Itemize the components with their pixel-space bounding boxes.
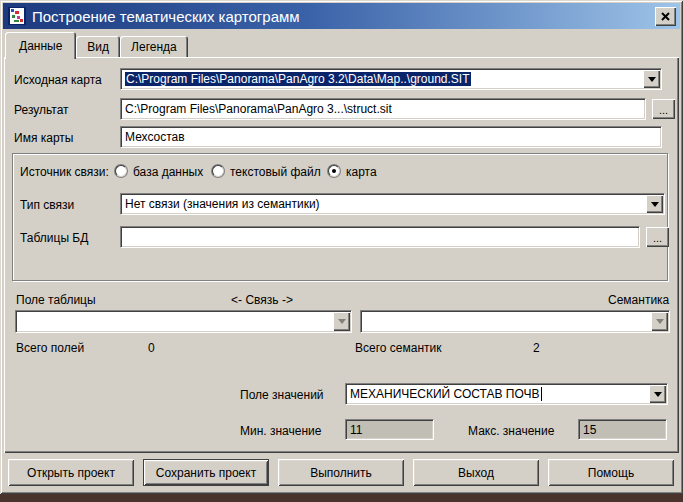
value-field-combobox[interactable]: МЕХАНИЧЕСКИЙ СОСТАВ ПОЧВ [345, 383, 668, 405]
semantics-label: Семантика [608, 293, 669, 307]
exit-label: Выход [458, 466, 494, 480]
tab-view[interactable]: Вид [76, 36, 120, 57]
map-name-label: Имя карты [14, 131, 73, 145]
table-field-label: Поле таблицы [16, 293, 96, 307]
source-map-label: Исходная карта [14, 73, 102, 87]
app-icon[interactable] [8, 7, 26, 25]
link-header: <- Связь -> [212, 293, 312, 307]
semantics-combobox [360, 310, 670, 333]
link-type-combobox[interactable]: Нет связи (значения из семантики) [120, 193, 665, 215]
ellipsis-icon: ... [653, 233, 662, 243]
chevron-down-icon [338, 319, 346, 324]
max-value-field: 15 [578, 419, 667, 440]
open-project-button[interactable]: Открыть проект [8, 459, 134, 486]
help-button[interactable]: Помощь [548, 459, 674, 486]
semantics-dropdown-button [651, 312, 668, 331]
ellipsis-icon: ... [659, 105, 668, 115]
radio-map-label[interactable]: карта [346, 165, 377, 179]
link-source-group [12, 153, 668, 281]
open-project-label: Открыть проект [27, 466, 115, 480]
chevron-down-icon [656, 319, 664, 324]
result-input[interactable]: C:\Program Files\Panorama\PanAgro 3...\s… [120, 98, 646, 120]
radio-map[interactable] [328, 165, 340, 177]
max-value-label: Макс. значение [468, 424, 554, 438]
link-type-value: Нет связи (значения из семантики) [125, 197, 320, 211]
min-value: 11 [350, 423, 362, 437]
result-browse-button[interactable]: ... [652, 99, 675, 119]
tab-strip: Данные Вид Легенда [5, 32, 188, 57]
radio-textfile-label[interactable]: текстовый файл [230, 165, 321, 179]
tab-legend-label: Легенда [131, 40, 177, 54]
chevron-down-icon [651, 202, 659, 207]
table-field-dropdown-button [333, 312, 350, 331]
link-type-label: Тип связи [20, 198, 74, 212]
source-map-dropdown-button[interactable] [643, 70, 660, 88]
tab-legend[interactable]: Легенда [120, 36, 188, 57]
window-title: Построение тематических картограмм [32, 8, 655, 25]
total-semantics-value: 2 [533, 341, 540, 355]
min-value-label: Мин. значение [240, 424, 321, 438]
link-source-label: Источник связи: [20, 165, 109, 179]
value-field-label: Поле значений [240, 388, 324, 402]
tab-view-label: Вид [87, 40, 109, 54]
help-label: Помощь [588, 466, 634, 480]
value-field-dropdown-button[interactable] [649, 385, 666, 403]
total-fields-label: Всего полей [16, 341, 84, 355]
db-tables-label: Таблицы БД [20, 231, 88, 245]
tab-data[interactable]: Данные [5, 32, 76, 59]
tab-data-label: Данные [19, 39, 62, 53]
execute-button[interactable]: Выполнить [278, 459, 404, 486]
close-icon [661, 12, 670, 21]
max-value: 15 [583, 423, 596, 437]
chevron-down-icon [654, 392, 662, 397]
value-field-value: МЕХАНИЧЕСКИЙ СОСТАВ ПОЧВ [350, 387, 540, 401]
close-button[interactable] [655, 7, 676, 26]
db-tables-input[interactable] [120, 226, 640, 248]
map-name-value: Мехсостав [125, 130, 185, 144]
radio-database-label[interactable]: база данных [133, 165, 203, 179]
min-value-field: 11 [345, 419, 434, 440]
radio-database[interactable] [115, 165, 127, 177]
execute-label: Выполнить [310, 466, 372, 480]
radio-textfile[interactable] [212, 165, 224, 177]
table-field-combobox [15, 310, 352, 333]
radio-dot-icon [332, 169, 336, 173]
save-project-button[interactable]: Сохранить проект [143, 459, 269, 486]
desktop-background [0, 494, 683, 502]
link-type-dropdown-button[interactable] [646, 195, 663, 213]
result-value: C:\Program Files\Panorama\PanAgro 3...\s… [125, 102, 392, 116]
chevron-down-icon [648, 77, 656, 82]
dialog-window: Построение тематических картограмм Данны… [0, 0, 683, 494]
titlebar[interactable]: Построение тематических картограмм [3, 3, 680, 29]
source-map-value: C:\Program Files\Panorama\PanAgro 3.2\Da… [125, 72, 471, 86]
result-label: Результат [14, 103, 69, 117]
button-row: Открыть проект Сохранить проект Выполнит… [8, 459, 674, 486]
save-project-label: Сохранить проект [156, 466, 256, 480]
exit-button[interactable]: Выход [413, 459, 539, 486]
db-tables-browse-button[interactable]: ... [646, 227, 669, 247]
total-semantics-label: Всего семантик [355, 341, 441, 355]
total-fields-value: 0 [148, 341, 155, 355]
source-map-combobox[interactable]: C:\Program Files\Panorama\PanAgro 3.2\Da… [120, 68, 662, 90]
map-name-input[interactable]: Мехсостав [120, 126, 662, 148]
text-cursor [541, 387, 542, 401]
